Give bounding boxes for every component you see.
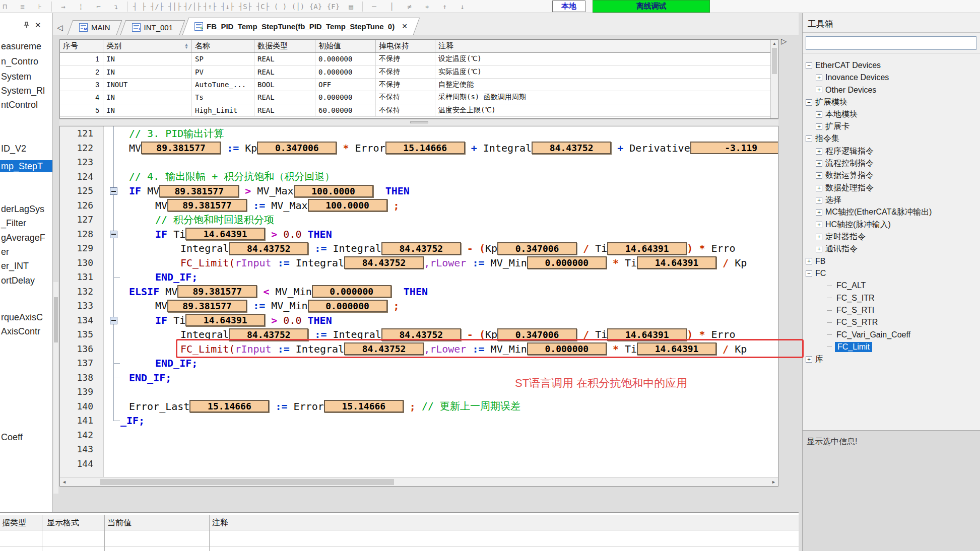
tree-expand-icon[interactable]: + [806,356,812,363]
table-cell[interactable]: 2 [60,65,103,78]
tree-collapse-icon[interactable]: − [806,270,812,277]
tab-main[interactable]: MMAIN [70,20,119,35]
pin-icon[interactable] [23,22,30,29]
tree-expand-icon[interactable]: + [816,209,822,216]
tree-item[interactable]: +MC轴控(EtherCAT&脉冲输出) [803,206,980,219]
tree-item[interactable]: +数据处理指令 [803,182,980,194]
tree-expand-icon[interactable]: + [816,234,822,240]
table-cell[interactable]: 自整定使能 [435,79,771,91]
column-header[interactable]: 掉电保持 [376,40,435,52]
table-cell[interactable]: IN [103,104,192,116]
sidebar-item-er_int[interactable]: er_INT [1,260,29,272]
tree-item[interactable]: +FB [803,255,980,267]
tree-item[interactable]: FC_ALT [803,280,980,292]
column-header[interactable]: 数据类型 [254,40,315,52]
debug-value-box[interactable]: 14.64391 [607,328,687,341]
sidebar-item-coeff[interactable]: Coeff [1,431,23,443]
coil-neg-icon[interactable]: (│) [289,1,307,13]
tree-item[interactable]: FC_Limit [803,341,980,353]
table-cell[interactable]: IN [103,65,192,78]
debug-value-box[interactable]: 100.0000 [308,199,387,212]
debug-value-box[interactable]: 89.381577 [177,285,257,298]
tree-item[interactable]: +选择 [803,194,980,206]
debug-value-box[interactable]: 0.000000 [527,256,607,269]
ladder-branch-icon[interactable]: ⊦ [31,1,49,13]
table-cell[interactable]: 0.000000 [315,91,376,103]
tree-item[interactable]: +流程控制指令 [803,157,980,169]
sidebar-item-id_v2[interactable]: ID_V2 [1,143,26,155]
debug-value-box[interactable]: 15.14666 [385,142,465,154]
tree-item[interactable]: +库 [803,353,980,365]
sidebar-item-ortdelay[interactable]: ortDelay [1,274,35,287]
debug-value-box[interactable]: 89.381577 [167,300,247,312]
sidebar-item-system_rl[interactable]: System_Rl [1,85,45,97]
table-cell[interactable]: 实际温度(℃) [435,65,771,78]
debug-value-box[interactable]: 100.0000 [294,185,373,197]
debug-value-box[interactable]: 0.000000 [312,285,391,298]
toolbox-search-input[interactable] [806,36,976,50]
column-header[interactable]: 名称 [192,40,254,52]
tree-expand-icon[interactable]: + [816,111,822,118]
sidebar-item-_filter[interactable]: _Filter [1,217,26,229]
debug-value-box[interactable]: 14.64391 [185,314,265,326]
wire-right-icon[interactable]: → [54,1,72,13]
debug-value-box[interactable]: 15.14666 [189,400,269,412]
vline-icon[interactable]: │ [383,1,401,13]
debug-value-box[interactable]: 14.64391 [607,242,687,255]
table-cell[interactable]: High_Limit [192,104,254,116]
tree-collapse-icon[interactable]: − [806,62,812,69]
table-cell[interactable]: 设定温度(℃) [435,53,771,65]
sidebar-item-rqueaxisc[interactable]: rqueAxisC [1,311,43,323]
column-header[interactable]: 序号 [60,40,103,52]
tab-scroll-left-icon[interactable]: ◁ [57,23,63,32]
debug-value-box[interactable]: 0.347006 [497,328,577,341]
column-header[interactable]: 初始值 [315,40,376,52]
table-row[interactable]: 2INPVREAL0.000000不保持实际温度(℃) [60,65,778,78]
tree-item[interactable]: +通讯指令 [803,243,980,255]
contact-no-icon[interactable]: ┤ ├ [130,1,148,13]
ladder-network-icon[interactable]: ≡ [14,1,31,13]
debug-value-box[interactable]: 14.64391 [637,342,716,355]
tree-expand-icon[interactable]: + [816,148,822,155]
tree-item[interactable]: +本地模块 [803,108,980,120]
table-cell[interactable]: IN [103,91,192,103]
table-cell[interactable]: 3 [60,79,103,91]
table-cell[interactable]: 不保持 [376,104,435,116]
tree-item[interactable]: −FC [803,267,980,280]
tree-expand-icon[interactable]: + [816,197,822,203]
debug-value-box[interactable]: 84.43752 [381,242,461,255]
debug-value-box[interactable]: 84.43752 [344,256,424,269]
sidebar-scrollbar[interactable] [53,282,58,494]
tree-item[interactable]: +定时器指令 [803,231,980,243]
tree-item[interactable]: −扩展模块 [803,96,980,108]
scroll-up-icon[interactable]: ▲ [771,40,778,47]
sidebar-item-gaveragef[interactable]: gAverageF [1,232,45,244]
tree-item[interactable]: FC_S_ITR [803,292,980,304]
instruction-list-icon[interactable]: ▤ [342,1,360,13]
tree-collapse-icon[interactable]: − [806,135,812,142]
tree-expand-icon[interactable]: + [816,246,822,252]
tree-item[interactable]: +扩展卡 [803,120,980,132]
table-row[interactable]: 1INSPREAL0.000000不保持设定温度(℃) [60,53,778,65]
debug-value-box[interactable]: 89.381577 [167,199,247,212]
tree-expand-icon[interactable]: + [816,160,822,167]
table-cell[interactable]: IN [103,53,192,65]
function-instr-icon[interactable]: {F} [324,1,342,13]
sidebar-item-ntcontrol[interactable]: ntControl [1,99,38,111]
tree-item[interactable]: +数据运算指令 [803,170,980,182]
debug-value-box[interactable]: 0.347006 [497,242,577,255]
sidebar-item-mp_stept[interactable]: mp_StepT [0,160,52,172]
table-cell[interactable]: REAL [254,91,315,103]
fold-collapse-icon[interactable] [110,231,117,238]
table-cell[interactable]: 采样周期(s) 函数调用周期 [435,91,771,103]
coil-set-icon[interactable]: ┤S├ [236,1,254,13]
wire-down-icon[interactable]: ↴ [107,1,125,13]
tab-int_001[interactable]: IINT_001 [123,20,182,35]
debug-value-box[interactable]: 89.381577 [141,142,221,154]
debug-value-box[interactable]: 14.64391 [637,256,716,269]
sidebar-item-system[interactable]: System [1,71,31,83]
sidebar-item-axiscontr[interactable]: AxisContr [1,325,40,337]
scroll-left-icon[interactable]: ◄ [60,478,69,486]
application-instr-icon[interactable]: {A} [307,1,324,13]
tab-close-icon[interactable]: ✕ [402,22,408,30]
